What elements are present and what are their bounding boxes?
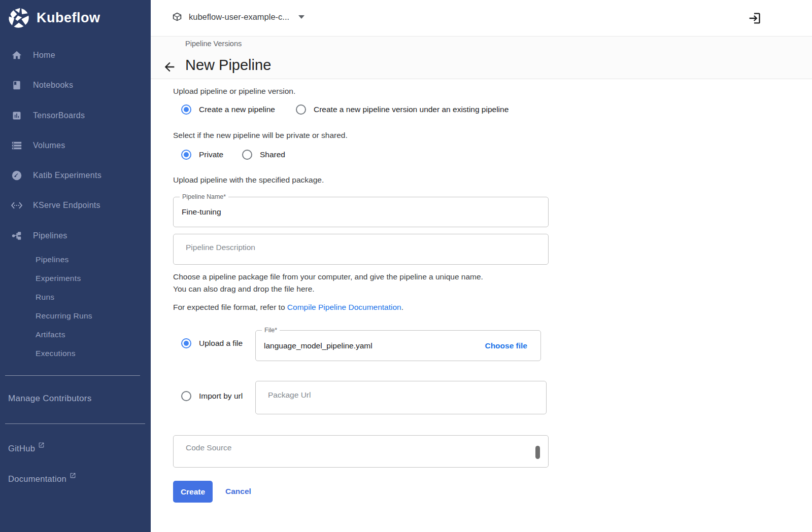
upload-section-label: Upload pipeline or pipeline version.	[173, 87, 295, 96]
sidebar-divider	[5, 423, 145, 424]
format-help-line: For expected file format, refer to Compi…	[173, 303, 403, 312]
brand-title: Kubeflow	[37, 10, 100, 26]
pipelines-icon	[11, 230, 23, 242]
radio-create-new-version[interactable]	[296, 104, 306, 115]
sidebar-item-pipelines[interactable]: Pipelines	[0, 225, 151, 246]
choose-file-button[interactable]: Choose file	[485, 341, 527, 350]
code-source-field	[173, 435, 549, 468]
radio-create-new-pipeline-label[interactable]: Create a new pipeline	[199, 104, 275, 115]
package-url-input[interactable]	[256, 376, 546, 414]
sidebar-subitem-artifacts[interactable]: Artifacts	[0, 328, 151, 342]
radio-shared[interactable]	[242, 150, 252, 160]
chart-icon	[11, 110, 23, 122]
ethernet-icon	[11, 199, 23, 211]
package-url-field	[255, 381, 547, 414]
sidebar-subitem-executions[interactable]: Executions	[0, 346, 151, 361]
sidebar-item-volumes[interactable]: Volumes	[0, 135, 151, 156]
namespace-selector[interactable]: kubeflow-user-example-c...	[172, 11, 304, 22]
file-field: File* Choose file	[255, 330, 541, 361]
notebook-icon	[11, 79, 23, 91]
sidebar-item-home[interactable]: Home	[0, 45, 151, 66]
documentation-link[interactable]: Documentation	[8, 474, 76, 484]
cancel-button[interactable]: Cancel	[225, 487, 251, 496]
sidebar-subitem-experiments[interactable]: Experiments	[0, 271, 151, 286]
storage-icon	[11, 139, 23, 152]
compile-pipeline-documentation-link[interactable]: Compile Pipeline Documentation	[287, 303, 401, 311]
sidebar-subitem-recurring-runs[interactable]: Recurring Runs	[0, 309, 151, 323]
pipeline-name-input[interactable]	[174, 197, 548, 227]
dropdown-caret-icon	[298, 15, 304, 19]
sidebar-item-kserve-endpoints[interactable]: KServe Endpoints	[0, 195, 151, 216]
github-link[interactable]: GitHub	[8, 444, 45, 453]
package-help-line1: Choose a pipeline package file from your…	[173, 272, 483, 281]
page-title: New Pipeline	[185, 57, 271, 74]
home-icon	[11, 49, 23, 61]
namespace-cube-icon	[172, 11, 183, 22]
sidebar-item-notebooks[interactable]: Notebooks	[0, 75, 151, 96]
radio-upload-file[interactable]	[181, 338, 191, 348]
kubeflow-brand[interactable]: Kubeflow	[8, 7, 100, 28]
manage-contributors-link[interactable]: Manage Contributors	[8, 394, 91, 404]
pipeline-description-input[interactable]	[174, 230, 548, 264]
back-arrow-icon[interactable]	[162, 60, 177, 74]
logout-icon[interactable]	[747, 11, 761, 25]
package-help-line2: You can also drag and drop the file here…	[173, 285, 315, 294]
create-button[interactable]: Create	[173, 481, 213, 503]
sidebar-subitem-runs[interactable]: Runs	[0, 290, 151, 304]
pipeline-name-field: Pipeline Name*	[173, 197, 549, 227]
kubeflow-app-window: Kubeflow Home Notebooks TensorBoards V	[0, 0, 812, 532]
visibility-section-label: Select if the new pipeline will be priva…	[173, 131, 348, 140]
scrollbar-thumb[interactable]	[535, 446, 540, 459]
radio-private[interactable]	[181, 150, 191, 160]
radio-create-new-version-label[interactable]: Create a new pipeline version under an e…	[314, 104, 509, 115]
sidebar: Kubeflow Home Notebooks TensorBoards V	[0, 0, 151, 532]
radio-private-label[interactable]: Private	[199, 150, 223, 160]
radio-upload-file-label[interactable]: Upload a file	[199, 338, 243, 348]
file-input[interactable]	[256, 331, 469, 361]
sidebar-subitem-pipelines[interactable]: Pipelines	[0, 253, 151, 267]
sidebar-item-tensorboards[interactable]: TensorBoards	[0, 105, 151, 126]
breadcrumb[interactable]: Pipeline Versions	[185, 40, 242, 48]
radio-create-new-pipeline[interactable]	[181, 104, 191, 115]
external-link-icon	[70, 472, 76, 479]
package-section-label: Upload pipeline with the specified packa…	[173, 175, 324, 185]
sidebar-divider	[5, 375, 140, 376]
katib-icon	[11, 169, 23, 182]
sidebar-item-katib-experiments[interactable]: Katib Experiments	[0, 165, 151, 186]
namespace-name: kubeflow-user-example-c...	[189, 12, 289, 22]
radio-import-url[interactable]	[181, 391, 191, 401]
radio-import-url-label[interactable]: Import by url	[199, 391, 243, 401]
code-source-input[interactable]	[174, 429, 548, 467]
pipeline-description-field	[173, 234, 549, 265]
radio-shared-label[interactable]: Shared	[260, 150, 285, 160]
external-link-icon	[38, 442, 45, 448]
kubeflow-logo-icon	[8, 7, 29, 28]
